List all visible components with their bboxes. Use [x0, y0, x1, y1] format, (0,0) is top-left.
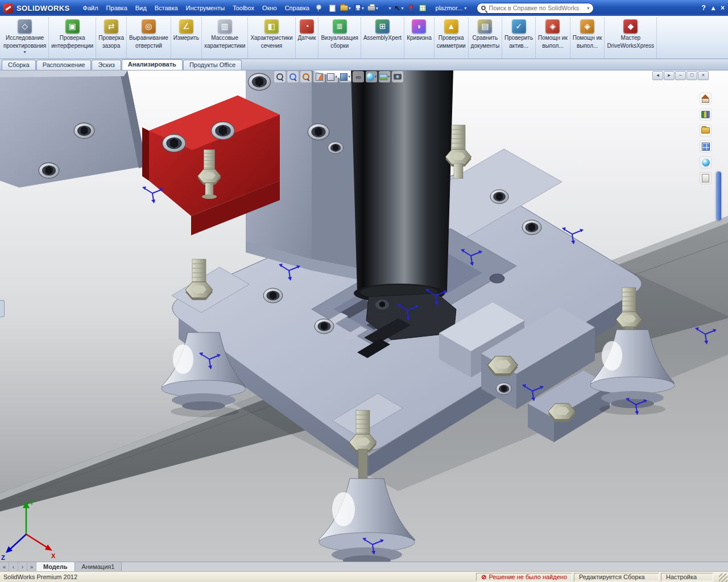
- viewport-window-button[interactable]: ×: [698, 71, 709, 80]
- hud-button[interactable]: [287, 71, 299, 82]
- dropdown-arrow-icon[interactable]: ▾: [348, 74, 350, 79]
- ribbon-icon: ◇: [18, 19, 32, 34]
- hud-button[interactable]: [300, 71, 312, 82]
- zoom-area-icon: [289, 73, 297, 81]
- collapse-button[interactable]: ▴: [712, 4, 715, 12]
- toolbar-button[interactable]: [328, 2, 338, 14]
- dropdown-arrow-icon[interactable]: ▾: [349, 6, 351, 11]
- dropdown-arrow-icon[interactable]: ▾: [376, 6, 378, 11]
- ribbon-button[interactable]: ▣ Проверка интерференции: [49, 17, 96, 59]
- pin-icon[interactable]: [316, 5, 321, 11]
- search-dropdown-icon[interactable]: ▾: [587, 6, 589, 11]
- command-tab[interactable]: Эскиз: [92, 60, 121, 70]
- viewport-window-button[interactable]: □: [686, 71, 697, 80]
- hud-button[interactable]: [313, 71, 325, 82]
- menu-item[interactable]: Справка: [281, 3, 313, 13]
- ribbon-button[interactable]: ≣ Визуализация сборки: [318, 17, 361, 59]
- titlebar: SOLIDWORKS ФайлПравкаВидВставкаИнструмен…: [0, 0, 728, 16]
- ribbon-button[interactable]: ▲ Проверка симметрии: [435, 17, 469, 59]
- ribbon-button[interactable]: ◎ Выравнивание отверстий: [127, 17, 171, 59]
- settings-label[interactable]: Настройка: [661, 573, 713, 581]
- task-pane-tab[interactable]: [700, 173, 711, 184]
- task-pane-tab[interactable]: [700, 93, 711, 104]
- model-cylinder[interactable]: [351, 70, 456, 340]
- help-button[interactable]: ?: [702, 4, 706, 12]
- hud-button[interactable]: ▾: [340, 71, 351, 82]
- toolbar-button[interactable]: [406, 2, 416, 14]
- dropdown-arrow-icon[interactable]: ▾: [464, 6, 466, 11]
- dropdown-arrow-icon[interactable]: ▾: [362, 6, 364, 11]
- ribbon-icon: ◈: [545, 19, 560, 34]
- tab-nav-button[interactable]: »: [27, 562, 36, 571]
- hud-button[interactable]: ▾: [379, 71, 390, 82]
- command-tab[interactable]: Анализировать: [122, 59, 183, 70]
- command-tab[interactable]: Продукты Office: [183, 60, 242, 70]
- menu-item[interactable]: Вид: [131, 3, 151, 13]
- toolbar-button[interactable]: [417, 2, 428, 14]
- toolbar-button[interactable]: ▾: [353, 2, 365, 14]
- hud-button[interactable]: [392, 71, 403, 82]
- ribbon-button[interactable]: ▥ Массовые характеристики: [202, 17, 248, 59]
- dropdown-arrow-icon[interactable]: ▾: [389, 6, 391, 11]
- viewport-window-button[interactable]: –: [675, 71, 686, 80]
- ribbon-button[interactable]: ∠ Измерить: [171, 17, 202, 59]
- document-name[interactable]: plazmor... ▾: [436, 5, 467, 11]
- hud-button[interactable]: ▾: [366, 71, 377, 82]
- task-pane: [700, 93, 711, 184]
- menu-item[interactable]: Окно: [258, 3, 281, 13]
- ribbon-button[interactable]: ▤ Сравнить документы: [469, 17, 503, 59]
- quick-access-toolbar: ▾ ▾ ▾ ▾ ▾: [328, 2, 428, 14]
- model-tab[interactable]: Анимация1: [75, 562, 122, 571]
- toolbar-button[interactable]: ▾: [380, 2, 392, 14]
- tab-nav-button[interactable]: ‹: [9, 562, 18, 571]
- ribbon-button[interactable]: ◈ Помощн ик выпол...: [570, 17, 605, 59]
- command-tab[interactable]: Сборка: [2, 60, 36, 70]
- toolbar-button[interactable]: ▾: [339, 2, 352, 14]
- dropdown-arrow-icon[interactable]: ▾: [375, 74, 377, 79]
- task-pane-tab[interactable]: [700, 125, 711, 136]
- ribbon-button[interactable]: ◈ Помощн ик выпол...: [536, 17, 570, 59]
- resize-grip-icon[interactable]: [719, 573, 727, 582]
- viewport-window-button[interactable]: ◂: [652, 71, 663, 80]
- hud-button[interactable]: [353, 71, 364, 82]
- ribbon-button[interactable]: ◔ Датчик: [296, 17, 319, 59]
- hud-button[interactable]: ▾: [326, 71, 338, 82]
- toolbar-button[interactable]: ▾: [366, 2, 379, 14]
- command-tab[interactable]: Расположение: [36, 60, 92, 70]
- graphics-viewport[interactable]: X Y Z: [0, 70, 728, 562]
- dropdown-arrow-icon[interactable]: ▾: [388, 74, 390, 79]
- ribbon-button[interactable]: ◆ Мастер DriveWorksXpress: [605, 17, 657, 59]
- ribbon-button[interactable]: ◧ Характеристики сечения: [248, 17, 295, 59]
- dropdown-arrow-icon[interactable]: ▾: [335, 74, 337, 79]
- close-button[interactable]: ×: [721, 4, 725, 12]
- dropdown-arrow-icon[interactable]: ▾: [24, 50, 26, 55]
- toolbar-button[interactable]: ▾: [394, 2, 405, 14]
- search-input[interactable]: [489, 5, 584, 11]
- menu-item[interactable]: Вставка: [151, 3, 182, 13]
- task-pane-tab[interactable]: [700, 141, 711, 152]
- ribbon-button[interactable]: ◗ Кривизна: [404, 17, 435, 59]
- ribbon-button[interactable]: ✓ Проверить актив...: [502, 17, 536, 59]
- task-pane-tab[interactable]: [700, 157, 711, 168]
- ribbon-button[interactable]: ⇄ Проверка зазора: [96, 17, 127, 59]
- ribbon-icon: ◈: [580, 19, 594, 34]
- hud-button[interactable]: [274, 71, 286, 82]
- task-pane-scrollbar[interactable]: [716, 172, 721, 221]
- viewport-window-button[interactable]: ▸: [664, 71, 675, 80]
- viewport-window-controls: ◂▸–□×: [652, 71, 709, 80]
- warning-icon: ⊘: [481, 573, 486, 581]
- tab-nav-button[interactable]: «: [0, 562, 9, 571]
- ribbon-button[interactable]: ⊞ AssemblyXpert: [361, 17, 404, 59]
- menu-item[interactable]: Правка: [102, 3, 131, 13]
- ribbon-icon: ◧: [264, 19, 279, 34]
- task-pane-tab[interactable]: [700, 109, 711, 120]
- ribbon-button[interactable]: ◇ Исследование проектирования ▾: [1, 17, 49, 59]
- menu-item[interactable]: Файл: [79, 3, 102, 13]
- dropdown-arrow-icon[interactable]: ▾: [402, 6, 404, 11]
- tab-nav-button[interactable]: ›: [18, 562, 27, 571]
- menu-item[interactable]: Инструменты: [182, 3, 229, 13]
- model-tab[interactable]: Модель: [36, 562, 75, 571]
- 3d-scene[interactable]: X Y Z: [0, 70, 728, 562]
- menu-item[interactable]: Toolbox: [229, 3, 258, 13]
- feature-tree-splitter[interactable]: [0, 300, 5, 317]
